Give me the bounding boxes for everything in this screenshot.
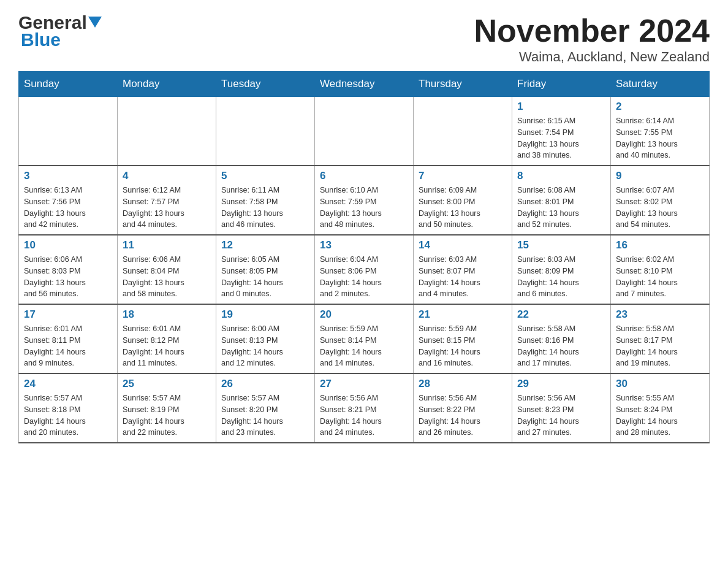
table-row: 7Sunrise: 6:09 AM Sunset: 8:00 PM Daylig… xyxy=(414,166,512,235)
table-row: 26Sunrise: 5:57 AM Sunset: 8:20 PM Dayli… xyxy=(216,373,315,443)
day-info: Sunrise: 6:13 AM Sunset: 7:56 PM Dayligh… xyxy=(24,185,112,231)
table-row: 28Sunrise: 5:56 AM Sunset: 8:22 PM Dayli… xyxy=(414,373,512,443)
day-number: 13 xyxy=(320,239,408,251)
table-row: 5Sunrise: 6:11 AM Sunset: 7:58 PM Daylig… xyxy=(216,166,315,235)
day-info: Sunrise: 6:07 AM Sunset: 8:02 PM Dayligh… xyxy=(616,185,704,231)
day-info: Sunrise: 6:00 AM Sunset: 8:13 PM Dayligh… xyxy=(221,323,309,369)
logo-blue-text: Blue xyxy=(21,29,61,50)
day-number: 4 xyxy=(123,170,211,182)
day-number: 1 xyxy=(517,101,605,113)
table-row: 12Sunrise: 6:05 AM Sunset: 8:05 PM Dayli… xyxy=(216,235,315,304)
day-number: 26 xyxy=(221,378,309,390)
day-info: Sunrise: 6:03 AM Sunset: 8:07 PM Dayligh… xyxy=(419,254,507,300)
table-row xyxy=(315,97,414,166)
table-row: 22Sunrise: 5:58 AM Sunset: 8:16 PM Dayli… xyxy=(512,304,611,373)
day-info: Sunrise: 6:11 AM Sunset: 7:58 PM Dayligh… xyxy=(221,185,309,231)
day-info: Sunrise: 5:59 AM Sunset: 8:15 PM Dayligh… xyxy=(419,323,507,369)
day-number: 5 xyxy=(221,170,309,182)
day-number: 15 xyxy=(517,239,605,251)
calendar-week-row: 3Sunrise: 6:13 AM Sunset: 7:56 PM Daylig… xyxy=(19,166,710,235)
day-number: 22 xyxy=(517,308,605,321)
table-row: 9Sunrise: 6:07 AM Sunset: 8:02 PM Daylig… xyxy=(611,166,710,235)
day-info: Sunrise: 6:01 AM Sunset: 8:11 PM Dayligh… xyxy=(24,323,112,369)
day-number: 28 xyxy=(419,378,507,390)
day-info: Sunrise: 6:01 AM Sunset: 8:12 PM Dayligh… xyxy=(123,323,211,369)
header-saturday: Saturday xyxy=(611,72,710,97)
day-info: Sunrise: 6:10 AM Sunset: 7:59 PM Dayligh… xyxy=(320,185,408,231)
day-number: 21 xyxy=(419,308,507,321)
table-row xyxy=(118,97,216,166)
day-info: Sunrise: 6:12 AM Sunset: 7:57 PM Dayligh… xyxy=(123,185,211,231)
day-info: Sunrise: 5:58 AM Sunset: 8:16 PM Dayligh… xyxy=(517,323,605,369)
day-number: 18 xyxy=(123,308,211,321)
day-info: Sunrise: 5:57 AM Sunset: 8:20 PM Dayligh… xyxy=(221,393,309,439)
month-title: November 2024 xyxy=(474,12,710,49)
table-row: 27Sunrise: 5:56 AM Sunset: 8:21 PM Dayli… xyxy=(315,373,414,443)
table-row: 23Sunrise: 5:58 AM Sunset: 8:17 PM Dayli… xyxy=(611,304,710,373)
calendar-week-row: 17Sunrise: 6:01 AM Sunset: 8:11 PM Dayli… xyxy=(19,304,710,373)
table-row: 3Sunrise: 6:13 AM Sunset: 7:56 PM Daylig… xyxy=(19,166,118,235)
table-row: 25Sunrise: 5:57 AM Sunset: 8:19 PM Dayli… xyxy=(118,373,216,443)
table-row: 24Sunrise: 5:57 AM Sunset: 8:18 PM Dayli… xyxy=(19,373,118,443)
day-number: 12 xyxy=(221,239,309,251)
day-info: Sunrise: 6:15 AM Sunset: 7:54 PM Dayligh… xyxy=(517,115,605,161)
calendar-week-row: 1Sunrise: 6:15 AM Sunset: 7:54 PM Daylig… xyxy=(19,97,710,166)
day-number: 9 xyxy=(616,170,704,182)
table-row: 19Sunrise: 6:00 AM Sunset: 8:13 PM Dayli… xyxy=(216,304,315,373)
table-row: 11Sunrise: 6:06 AM Sunset: 8:04 PM Dayli… xyxy=(118,235,216,304)
day-number: 8 xyxy=(517,170,605,182)
page-header: General Blue November 2024 Waima, Auckla… xyxy=(18,12,710,65)
day-number: 14 xyxy=(419,239,507,251)
header-wednesday: Wednesday xyxy=(315,72,414,97)
table-row: 30Sunrise: 5:55 AM Sunset: 8:24 PM Dayli… xyxy=(611,373,710,443)
day-info: Sunrise: 5:59 AM Sunset: 8:14 PM Dayligh… xyxy=(320,323,408,369)
day-number: 20 xyxy=(320,308,408,321)
day-info: Sunrise: 5:56 AM Sunset: 8:23 PM Dayligh… xyxy=(517,393,605,439)
day-number: 27 xyxy=(320,378,408,390)
table-row: 1Sunrise: 6:15 AM Sunset: 7:54 PM Daylig… xyxy=(512,97,611,166)
table-row: 14Sunrise: 6:03 AM Sunset: 8:07 PM Dayli… xyxy=(414,235,512,304)
table-row: 6Sunrise: 6:10 AM Sunset: 7:59 PM Daylig… xyxy=(315,166,414,235)
logo: General Blue xyxy=(18,12,102,50)
table-row: 2Sunrise: 6:14 AM Sunset: 7:55 PM Daylig… xyxy=(611,97,710,166)
day-info: Sunrise: 5:58 AM Sunset: 8:17 PM Dayligh… xyxy=(616,323,704,369)
day-number: 6 xyxy=(320,170,408,182)
day-info: Sunrise: 6:09 AM Sunset: 8:00 PM Dayligh… xyxy=(419,185,507,231)
day-number: 7 xyxy=(419,170,507,182)
title-section: November 2024 Waima, Auckland, New Zeala… xyxy=(474,12,710,65)
day-info: Sunrise: 6:06 AM Sunset: 8:04 PM Dayligh… xyxy=(123,254,211,300)
logo-triangle-icon xyxy=(88,17,102,30)
header-monday: Monday xyxy=(118,72,216,97)
day-info: Sunrise: 5:57 AM Sunset: 8:19 PM Dayligh… xyxy=(123,393,211,439)
day-info: Sunrise: 6:08 AM Sunset: 8:01 PM Dayligh… xyxy=(517,185,605,231)
day-number: 2 xyxy=(616,101,704,113)
day-number: 11 xyxy=(123,239,211,251)
day-info: Sunrise: 5:56 AM Sunset: 8:22 PM Dayligh… xyxy=(419,393,507,439)
header-thursday: Thursday xyxy=(414,72,512,97)
location-text: Waima, Auckland, New Zealand xyxy=(474,49,710,65)
table-row xyxy=(414,97,512,166)
day-info: Sunrise: 6:03 AM Sunset: 8:09 PM Dayligh… xyxy=(517,254,605,300)
table-row: 8Sunrise: 6:08 AM Sunset: 8:01 PM Daylig… xyxy=(512,166,611,235)
calendar-table: Sunday Monday Tuesday Wednesday Thursday… xyxy=(18,71,710,443)
day-info: Sunrise: 6:14 AM Sunset: 7:55 PM Dayligh… xyxy=(616,115,704,161)
header-friday: Friday xyxy=(512,72,611,97)
day-info: Sunrise: 6:02 AM Sunset: 8:10 PM Dayligh… xyxy=(616,254,704,300)
day-number: 3 xyxy=(24,170,112,182)
table-row: 16Sunrise: 6:02 AM Sunset: 8:10 PM Dayli… xyxy=(611,235,710,304)
header-tuesday: Tuesday xyxy=(216,72,315,97)
day-number: 16 xyxy=(616,239,704,251)
day-info: Sunrise: 5:55 AM Sunset: 8:24 PM Dayligh… xyxy=(616,393,704,439)
calendar-week-row: 10Sunrise: 6:06 AM Sunset: 8:03 PM Dayli… xyxy=(19,235,710,304)
header-sunday: Sunday xyxy=(19,72,118,97)
table-row xyxy=(216,97,315,166)
table-row: 13Sunrise: 6:04 AM Sunset: 8:06 PM Dayli… xyxy=(315,235,414,304)
day-info: Sunrise: 6:04 AM Sunset: 8:06 PM Dayligh… xyxy=(320,254,408,300)
day-number: 10 xyxy=(24,239,112,251)
svg-marker-0 xyxy=(88,17,102,28)
day-number: 24 xyxy=(24,378,112,390)
day-info: Sunrise: 6:06 AM Sunset: 8:03 PM Dayligh… xyxy=(24,254,112,300)
weekday-header-row: Sunday Monday Tuesday Wednesday Thursday… xyxy=(19,72,710,97)
table-row: 18Sunrise: 6:01 AM Sunset: 8:12 PM Dayli… xyxy=(118,304,216,373)
day-number: 17 xyxy=(24,308,112,321)
